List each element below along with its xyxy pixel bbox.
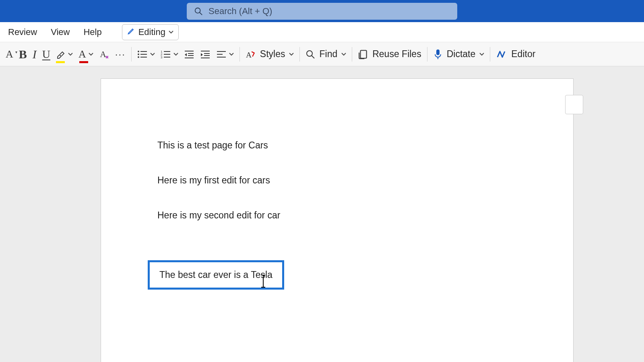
svg-point-5 xyxy=(138,53,139,55)
styles-button[interactable]: A Styles xyxy=(246,46,294,62)
outdent-icon xyxy=(184,50,194,59)
editor-label: Editor xyxy=(511,49,535,60)
decrease-indent-button[interactable] xyxy=(184,46,194,62)
numbering-button[interactable]: 1 2 3 xyxy=(161,46,178,62)
bullets-icon xyxy=(137,50,148,59)
styles-icon: A xyxy=(246,49,256,60)
chevron-down-icon xyxy=(173,53,178,56)
styles-label: Styles xyxy=(260,49,285,60)
title-bar: Search (Alt + Q) xyxy=(0,0,644,22)
chevron-down-icon xyxy=(341,53,346,56)
increase-indent-button[interactable] xyxy=(200,46,211,62)
paragraph[interactable]: Here is my first edit for cars xyxy=(157,174,517,187)
highlight-button[interactable] xyxy=(56,46,73,62)
underline-button[interactable]: U xyxy=(42,46,50,62)
search-icon xyxy=(305,49,315,59)
reuse-files-label: Reuse Files xyxy=(372,49,421,60)
clear-format-icon: A xyxy=(99,49,109,60)
chevron-down-icon xyxy=(229,53,234,56)
chevron-down-icon xyxy=(68,53,73,56)
ellipsis-icon: ··· xyxy=(115,49,126,60)
clear-format-button[interactable]: A xyxy=(99,46,109,62)
svg-text:A: A xyxy=(246,50,252,59)
editing-mode-label: Editing xyxy=(138,27,165,37)
reuse-files-button[interactable]: Reuse Files xyxy=(358,46,421,62)
more-formatting-button[interactable]: ··· xyxy=(115,46,126,62)
align-button[interactable] xyxy=(216,46,234,62)
svg-text:A: A xyxy=(100,49,106,59)
align-icon xyxy=(216,50,227,59)
microphone-icon xyxy=(433,49,443,60)
ribbon-tabs: Review View Help Editing xyxy=(0,22,644,42)
italic-button[interactable]: I xyxy=(33,46,37,62)
svg-point-0 xyxy=(195,8,200,13)
svg-rect-30 xyxy=(436,49,440,55)
paragraph[interactable]: Here is my second edit for car xyxy=(157,209,517,222)
chevron-down-icon xyxy=(150,53,155,56)
search-icon xyxy=(194,7,203,16)
document-page[interactable]: This is a test page for Cars Here is my … xyxy=(101,78,574,362)
tab-help[interactable]: Help xyxy=(83,24,101,40)
find-button[interactable]: Find xyxy=(305,46,346,62)
svg-rect-29 xyxy=(361,50,367,58)
highlight-icon xyxy=(56,49,66,59)
font-size-button[interactable]: A▾ xyxy=(6,46,13,62)
numbering-icon: 1 2 3 xyxy=(161,50,171,59)
dictate-label: Dictate xyxy=(447,49,476,60)
svg-point-27 xyxy=(307,51,312,56)
text-cursor-icon xyxy=(263,276,264,287)
chevron-down-icon xyxy=(479,53,484,56)
svg-line-28 xyxy=(312,56,314,58)
paragraph[interactable]: This is a test page for Cars xyxy=(157,139,517,152)
ribbon-toolbar: A▾ B I U A A ··· xyxy=(0,42,644,66)
chevron-down-icon xyxy=(169,31,173,34)
comment-marker[interactable] xyxy=(565,95,583,114)
indent-icon xyxy=(200,50,211,59)
text-box-content[interactable]: The best car ever is a Tesla xyxy=(159,269,272,280)
find-label: Find xyxy=(319,49,337,60)
chevron-down-icon xyxy=(89,53,93,56)
bullets-button[interactable] xyxy=(137,46,155,62)
editor-button[interactable]: Editor xyxy=(496,46,535,62)
editing-mode-button[interactable]: Editing xyxy=(122,24,179,40)
bold-button[interactable]: B xyxy=(19,46,27,62)
search-box[interactable]: Search (Alt + Q) xyxy=(187,3,457,20)
editor-icon xyxy=(496,49,507,60)
font-color-button[interactable]: A xyxy=(78,46,93,62)
document-canvas[interactable]: This is a test page for Cars Here is my … xyxy=(0,66,644,362)
tab-view[interactable]: View xyxy=(51,24,70,40)
svg-point-3 xyxy=(138,51,139,52)
pen-icon xyxy=(127,27,135,37)
search-placeholder: Search (Alt + Q) xyxy=(208,6,272,16)
reuse-files-icon xyxy=(358,49,368,60)
svg-point-7 xyxy=(138,56,139,58)
chevron-down-icon xyxy=(289,53,294,56)
dictate-button[interactable]: Dictate xyxy=(433,46,485,62)
svg-text:3: 3 xyxy=(161,56,163,59)
tab-review[interactable]: Review xyxy=(8,24,37,40)
svg-line-1 xyxy=(200,12,202,14)
